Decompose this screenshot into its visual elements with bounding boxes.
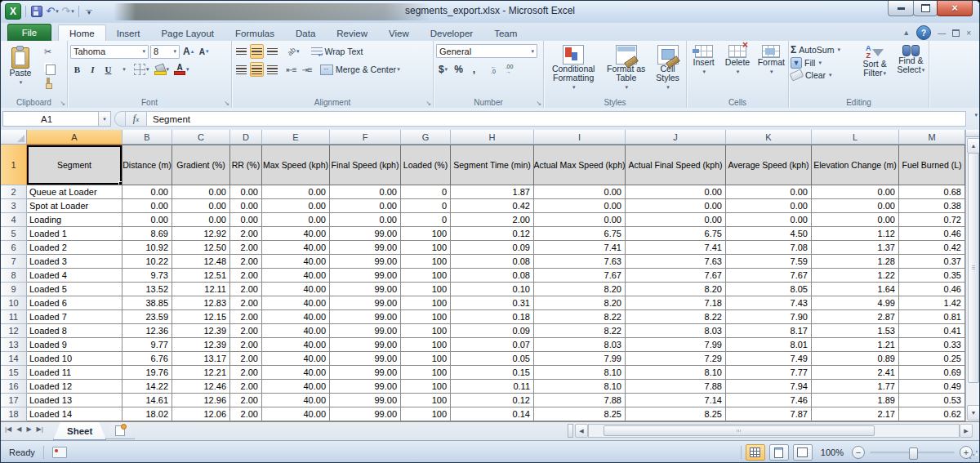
- cell-H15[interactable]: 0.15: [451, 366, 534, 380]
- cell-D10[interactable]: 2.00: [230, 296, 262, 310]
- cell-C7[interactable]: 12.48: [172, 255, 230, 269]
- cell-E10[interactable]: 40.00: [262, 296, 330, 310]
- scroll-down-icon[interactable]: ▼: [967, 405, 980, 421]
- cell-B5[interactable]: 8.69: [122, 227, 172, 241]
- horizontal-scrollbar[interactable]: [588, 424, 960, 438]
- zoom-slider-thumb[interactable]: [909, 447, 918, 460]
- cell-F3[interactable]: 0.00: [330, 199, 401, 213]
- cell-M10[interactable]: 1.42: [899, 296, 965, 310]
- zoom-out-button[interactable]: −: [852, 446, 865, 459]
- cell-G14[interactable]: 100: [401, 352, 451, 366]
- cell-B3[interactable]: 0.00: [122, 199, 172, 213]
- cell-A16[interactable]: Loaded 12: [27, 380, 122, 394]
- paste-button[interactable]: Paste ▾: [3, 46, 38, 88]
- cell-D11[interactable]: 2.00: [230, 310, 262, 324]
- font-color-button[interactable]: A▾: [172, 62, 191, 77]
- row-header-8[interactable]: 8: [1, 269, 27, 283]
- cell-H18[interactable]: 0.14: [451, 407, 534, 421]
- row-header-15[interactable]: 15: [1, 366, 27, 380]
- cell-L8[interactable]: 1.22: [812, 269, 899, 283]
- cell-F15[interactable]: 99.00: [330, 366, 401, 380]
- cell-M7[interactable]: 0.37: [899, 255, 965, 269]
- cell-E7[interactable]: 40.00: [262, 255, 330, 269]
- row-header-10[interactable]: 10: [1, 296, 27, 310]
- orientation-button[interactable]: ab▾: [286, 44, 301, 59]
- cell-J2[interactable]: 0.00: [626, 185, 726, 199]
- cell-G16[interactable]: 100: [401, 380, 451, 394]
- cell-M9[interactable]: 0.46: [899, 283, 965, 296]
- cell-B10[interactable]: 38.85: [122, 296, 172, 310]
- cell-I8[interactable]: 7.67: [534, 269, 626, 283]
- cell-A11[interactable]: Loaded 7: [27, 310, 122, 324]
- row-header-16[interactable]: 16: [1, 380, 27, 394]
- cell-C17[interactable]: 12.96: [172, 394, 230, 407]
- cell-L11[interactable]: 2.87: [812, 310, 899, 324]
- help-icon[interactable]: ?: [916, 25, 931, 40]
- cell-E8[interactable]: 40.00: [262, 269, 330, 283]
- cell-J15[interactable]: 8.10: [626, 366, 726, 380]
- cell-H16[interactable]: 0.11: [451, 380, 534, 394]
- cell-D3[interactable]: 0.00: [230, 199, 262, 213]
- zoom-slider[interactable]: [870, 452, 955, 454]
- cell-K8[interactable]: 7.67: [726, 269, 812, 283]
- cell-D8[interactable]: 2.00: [230, 269, 262, 283]
- cell-C5[interactable]: 12.92: [172, 227, 230, 241]
- page-layout-view-button[interactable]: [769, 444, 789, 461]
- cell-C8[interactable]: 12.51: [172, 269, 230, 283]
- cell-J9[interactable]: 8.20: [626, 283, 726, 296]
- cell-F4[interactable]: 0.00: [330, 213, 401, 227]
- cell-G2[interactable]: 0: [401, 185, 451, 199]
- percent-style-button[interactable]: %: [452, 62, 466, 77]
- row-header-3[interactable]: 3: [1, 199, 27, 213]
- column-header-i[interactable]: I: [534, 130, 626, 145]
- cell-K3[interactable]: 0.00: [726, 199, 812, 213]
- cell-F8[interactable]: 99.00: [330, 269, 401, 283]
- fill-button[interactable]: ▼Fill▾: [789, 56, 857, 69]
- cell-J6[interactable]: 7.41: [626, 241, 726, 255]
- cell-A14[interactable]: Loaded 10: [27, 352, 122, 366]
- tab-file[interactable]: File: [7, 24, 51, 41]
- row-header-13[interactable]: 13: [1, 338, 27, 352]
- cell-L6[interactable]: 1.37: [812, 241, 899, 255]
- cell-B13[interactable]: 9.77: [122, 338, 172, 352]
- cell-I11[interactable]: 8.22: [534, 310, 626, 324]
- cell-H1[interactable]: Segment Time (min): [451, 145, 534, 185]
- workbook-restore-button[interactable]: [952, 29, 960, 37]
- cell-A18[interactable]: Loaded 14: [27, 407, 122, 421]
- cell-I13[interactable]: 8.03: [534, 338, 626, 352]
- normal-view-button[interactable]: [746, 444, 765, 461]
- column-header-e[interactable]: E: [262, 130, 330, 145]
- cell-M12[interactable]: 0.41: [899, 324, 965, 338]
- cell-G6[interactable]: 100: [401, 241, 451, 255]
- cell-C14[interactable]: 13.17: [172, 352, 230, 366]
- previous-sheet-icon[interactable]: ◀: [16, 425, 21, 433]
- cell-F14[interactable]: 99.00: [330, 352, 401, 366]
- cell-H6[interactable]: 0.09: [451, 241, 534, 255]
- close-button[interactable]: ×: [937, 1, 973, 16]
- font-name-combo[interactable]: Tahoma▾: [70, 45, 149, 59]
- tab-insert[interactable]: Insert: [106, 25, 151, 41]
- cell-F16[interactable]: 99.00: [330, 380, 401, 394]
- cell-K5[interactable]: 4.50: [726, 227, 812, 241]
- cell-K4[interactable]: 0.00: [726, 213, 812, 227]
- cell-K6[interactable]: 7.08: [726, 241, 812, 255]
- cell-L7[interactable]: 1.28: [812, 255, 899, 269]
- cell-J18[interactable]: 8.25: [626, 407, 726, 421]
- select-all-corner[interactable]: [1, 130, 27, 145]
- cell-L18[interactable]: 2.17: [812, 407, 899, 421]
- dialog-launcher-icon[interactable]: ↘: [536, 100, 541, 107]
- vertical-split-handle[interactable]: [966, 130, 980, 137]
- cell-D4[interactable]: 0.00: [230, 213, 262, 227]
- cell-G8[interactable]: 100: [401, 269, 451, 283]
- accounting-format-button[interactable]: $▾: [436, 62, 450, 77]
- cell-F13[interactable]: 99.00: [330, 338, 401, 352]
- column-header-d[interactable]: D: [230, 130, 262, 145]
- cell-C3[interactable]: 0.00: [172, 199, 230, 213]
- cell-B8[interactable]: 9.73: [122, 269, 172, 283]
- cell-D14[interactable]: 2.00: [230, 352, 262, 366]
- workbook-minimize-button[interactable]: —: [938, 29, 946, 38]
- cell-C1[interactable]: Gradient (%): [172, 145, 230, 185]
- column-header-c[interactable]: C: [172, 130, 230, 145]
- cell-L14[interactable]: 0.89: [812, 352, 899, 366]
- cell-M13[interactable]: 0.33: [899, 338, 965, 352]
